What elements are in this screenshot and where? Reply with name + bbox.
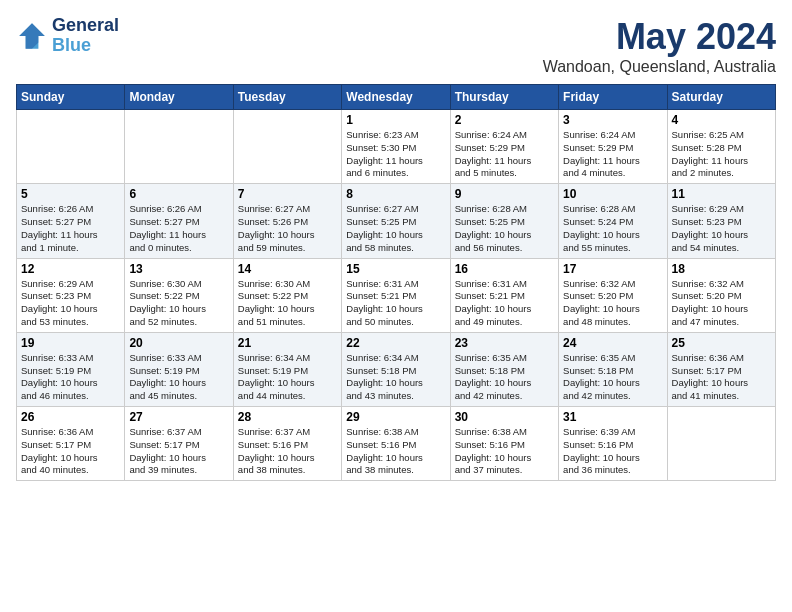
calendar-cell: 25Sunrise: 6:36 AM Sunset: 5:17 PM Dayli… bbox=[667, 332, 775, 406]
day-number: 2 bbox=[455, 113, 554, 127]
day-info: Sunrise: 6:31 AM Sunset: 5:21 PM Dayligh… bbox=[346, 278, 445, 329]
calendar-cell: 13Sunrise: 6:30 AM Sunset: 5:22 PM Dayli… bbox=[125, 258, 233, 332]
day-info: Sunrise: 6:36 AM Sunset: 5:17 PM Dayligh… bbox=[21, 426, 120, 477]
logo-text: GeneralBlue bbox=[52, 16, 119, 56]
calendar-cell: 19Sunrise: 6:33 AM Sunset: 5:19 PM Dayli… bbox=[17, 332, 125, 406]
day-info: Sunrise: 6:29 AM Sunset: 5:23 PM Dayligh… bbox=[21, 278, 120, 329]
day-info: Sunrise: 6:37 AM Sunset: 5:17 PM Dayligh… bbox=[129, 426, 228, 477]
calendar-cell: 7Sunrise: 6:27 AM Sunset: 5:26 PM Daylig… bbox=[233, 184, 341, 258]
calendar-cell: 18Sunrise: 6:32 AM Sunset: 5:20 PM Dayli… bbox=[667, 258, 775, 332]
title-block: May 2024 Wandoan, Queensland, Australia bbox=[543, 16, 776, 76]
day-info: Sunrise: 6:24 AM Sunset: 5:29 PM Dayligh… bbox=[455, 129, 554, 180]
day-info: Sunrise: 6:28 AM Sunset: 5:25 PM Dayligh… bbox=[455, 203, 554, 254]
calendar-table: SundayMondayTuesdayWednesdayThursdayFrid… bbox=[16, 84, 776, 481]
day-number: 6 bbox=[129, 187, 228, 201]
day-number: 12 bbox=[21, 262, 120, 276]
day-number: 10 bbox=[563, 187, 662, 201]
day-number: 17 bbox=[563, 262, 662, 276]
day-number: 31 bbox=[563, 410, 662, 424]
day-info: Sunrise: 6:32 AM Sunset: 5:20 PM Dayligh… bbox=[672, 278, 771, 329]
day-info: Sunrise: 6:26 AM Sunset: 5:27 PM Dayligh… bbox=[129, 203, 228, 254]
column-header-monday: Monday bbox=[125, 85, 233, 110]
calendar-cell: 24Sunrise: 6:35 AM Sunset: 5:18 PM Dayli… bbox=[559, 332, 667, 406]
day-info: Sunrise: 6:30 AM Sunset: 5:22 PM Dayligh… bbox=[129, 278, 228, 329]
calendar-cell: 27Sunrise: 6:37 AM Sunset: 5:17 PM Dayli… bbox=[125, 407, 233, 481]
calendar-cell: 23Sunrise: 6:35 AM Sunset: 5:18 PM Dayli… bbox=[450, 332, 558, 406]
day-number: 23 bbox=[455, 336, 554, 350]
calendar-cell bbox=[125, 110, 233, 184]
day-info: Sunrise: 6:35 AM Sunset: 5:18 PM Dayligh… bbox=[455, 352, 554, 403]
svg-marker-1 bbox=[19, 23, 45, 49]
day-number: 5 bbox=[21, 187, 120, 201]
calendar-cell: 20Sunrise: 6:33 AM Sunset: 5:19 PM Dayli… bbox=[125, 332, 233, 406]
day-info: Sunrise: 6:28 AM Sunset: 5:24 PM Dayligh… bbox=[563, 203, 662, 254]
day-number: 7 bbox=[238, 187, 337, 201]
day-info: Sunrise: 6:27 AM Sunset: 5:26 PM Dayligh… bbox=[238, 203, 337, 254]
calendar-cell: 10Sunrise: 6:28 AM Sunset: 5:24 PM Dayli… bbox=[559, 184, 667, 258]
calendar-cell: 12Sunrise: 6:29 AM Sunset: 5:23 PM Dayli… bbox=[17, 258, 125, 332]
day-info: Sunrise: 6:33 AM Sunset: 5:19 PM Dayligh… bbox=[129, 352, 228, 403]
day-number: 16 bbox=[455, 262, 554, 276]
calendar-cell bbox=[233, 110, 341, 184]
day-number: 9 bbox=[455, 187, 554, 201]
day-info: Sunrise: 6:39 AM Sunset: 5:16 PM Dayligh… bbox=[563, 426, 662, 477]
page-header: GeneralBlue May 2024 Wandoan, Queensland… bbox=[16, 16, 776, 76]
column-header-wednesday: Wednesday bbox=[342, 85, 450, 110]
day-info: Sunrise: 6:35 AM Sunset: 5:18 PM Dayligh… bbox=[563, 352, 662, 403]
column-header-thursday: Thursday bbox=[450, 85, 558, 110]
day-number: 4 bbox=[672, 113, 771, 127]
calendar-cell: 31Sunrise: 6:39 AM Sunset: 5:16 PM Dayli… bbox=[559, 407, 667, 481]
calendar-cell: 6Sunrise: 6:26 AM Sunset: 5:27 PM Daylig… bbox=[125, 184, 233, 258]
location-title: Wandoan, Queensland, Australia bbox=[543, 58, 776, 76]
day-number: 27 bbox=[129, 410, 228, 424]
calendar-cell: 21Sunrise: 6:34 AM Sunset: 5:19 PM Dayli… bbox=[233, 332, 341, 406]
calendar-cell: 15Sunrise: 6:31 AM Sunset: 5:21 PM Dayli… bbox=[342, 258, 450, 332]
month-title: May 2024 bbox=[543, 16, 776, 58]
day-info: Sunrise: 6:26 AM Sunset: 5:27 PM Dayligh… bbox=[21, 203, 120, 254]
calendar-cell: 5Sunrise: 6:26 AM Sunset: 5:27 PM Daylig… bbox=[17, 184, 125, 258]
logo-icon bbox=[16, 20, 48, 52]
day-number: 26 bbox=[21, 410, 120, 424]
calendar-cell: 28Sunrise: 6:37 AM Sunset: 5:16 PM Dayli… bbox=[233, 407, 341, 481]
calendar-week-row: 5Sunrise: 6:26 AM Sunset: 5:27 PM Daylig… bbox=[17, 184, 776, 258]
day-info: Sunrise: 6:31 AM Sunset: 5:21 PM Dayligh… bbox=[455, 278, 554, 329]
day-info: Sunrise: 6:37 AM Sunset: 5:16 PM Dayligh… bbox=[238, 426, 337, 477]
calendar-cell: 17Sunrise: 6:32 AM Sunset: 5:20 PM Dayli… bbox=[559, 258, 667, 332]
day-number: 14 bbox=[238, 262, 337, 276]
day-number: 15 bbox=[346, 262, 445, 276]
day-number: 3 bbox=[563, 113, 662, 127]
day-number: 28 bbox=[238, 410, 337, 424]
calendar-body: 1Sunrise: 6:23 AM Sunset: 5:30 PM Daylig… bbox=[17, 110, 776, 481]
day-number: 25 bbox=[672, 336, 771, 350]
day-info: Sunrise: 6:32 AM Sunset: 5:20 PM Dayligh… bbox=[563, 278, 662, 329]
column-header-tuesday: Tuesday bbox=[233, 85, 341, 110]
calendar-cell: 16Sunrise: 6:31 AM Sunset: 5:21 PM Dayli… bbox=[450, 258, 558, 332]
calendar-header-row: SundayMondayTuesdayWednesdayThursdayFrid… bbox=[17, 85, 776, 110]
day-info: Sunrise: 6:27 AM Sunset: 5:25 PM Dayligh… bbox=[346, 203, 445, 254]
day-info: Sunrise: 6:34 AM Sunset: 5:19 PM Dayligh… bbox=[238, 352, 337, 403]
calendar-cell: 4Sunrise: 6:25 AM Sunset: 5:28 PM Daylig… bbox=[667, 110, 775, 184]
calendar-cell bbox=[17, 110, 125, 184]
calendar-week-row: 26Sunrise: 6:36 AM Sunset: 5:17 PM Dayli… bbox=[17, 407, 776, 481]
calendar-cell: 8Sunrise: 6:27 AM Sunset: 5:25 PM Daylig… bbox=[342, 184, 450, 258]
day-number: 21 bbox=[238, 336, 337, 350]
day-number: 8 bbox=[346, 187, 445, 201]
day-info: Sunrise: 6:30 AM Sunset: 5:22 PM Dayligh… bbox=[238, 278, 337, 329]
day-info: Sunrise: 6:23 AM Sunset: 5:30 PM Dayligh… bbox=[346, 129, 445, 180]
calendar-cell bbox=[667, 407, 775, 481]
calendar-cell: 11Sunrise: 6:29 AM Sunset: 5:23 PM Dayli… bbox=[667, 184, 775, 258]
day-number: 22 bbox=[346, 336, 445, 350]
day-info: Sunrise: 6:33 AM Sunset: 5:19 PM Dayligh… bbox=[21, 352, 120, 403]
calendar-cell: 14Sunrise: 6:30 AM Sunset: 5:22 PM Dayli… bbox=[233, 258, 341, 332]
calendar-cell: 29Sunrise: 6:38 AM Sunset: 5:16 PM Dayli… bbox=[342, 407, 450, 481]
day-number: 19 bbox=[21, 336, 120, 350]
calendar-cell: 3Sunrise: 6:24 AM Sunset: 5:29 PM Daylig… bbox=[559, 110, 667, 184]
day-number: 11 bbox=[672, 187, 771, 201]
calendar-cell: 2Sunrise: 6:24 AM Sunset: 5:29 PM Daylig… bbox=[450, 110, 558, 184]
day-info: Sunrise: 6:38 AM Sunset: 5:16 PM Dayligh… bbox=[455, 426, 554, 477]
calendar-cell: 30Sunrise: 6:38 AM Sunset: 5:16 PM Dayli… bbox=[450, 407, 558, 481]
day-info: Sunrise: 6:25 AM Sunset: 5:28 PM Dayligh… bbox=[672, 129, 771, 180]
day-number: 24 bbox=[563, 336, 662, 350]
calendar-cell: 26Sunrise: 6:36 AM Sunset: 5:17 PM Dayli… bbox=[17, 407, 125, 481]
column-header-saturday: Saturday bbox=[667, 85, 775, 110]
